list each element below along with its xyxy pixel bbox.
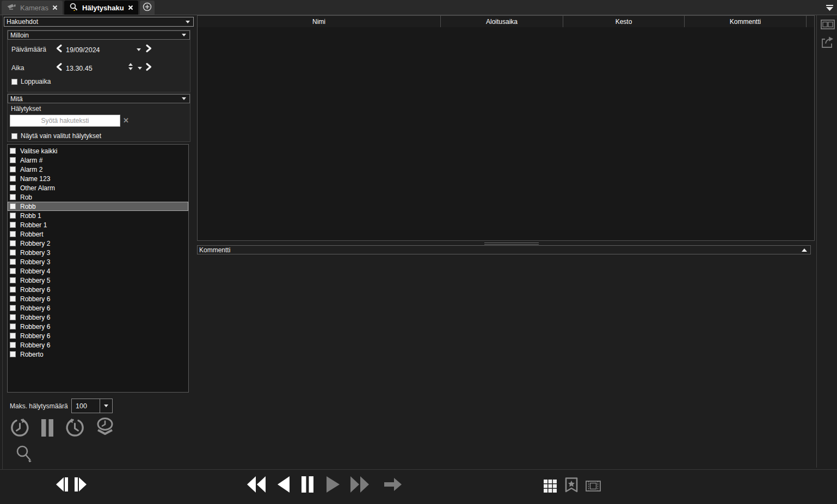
close-icon[interactable]	[52, 5, 58, 10]
checkbox[interactable]	[10, 277, 16, 283]
checkbox[interactable]	[10, 222, 16, 228]
fast-backward-icon[interactable]	[246, 475, 267, 496]
checkbox[interactable]	[10, 268, 16, 274]
when-dropdown[interactable]: Milloin	[8, 30, 190, 40]
checkbox[interactable]	[10, 240, 16, 246]
time-next-icon[interactable]	[145, 63, 152, 73]
clear-x-icon[interactable]: ✕	[123, 116, 129, 125]
checkbox[interactable]	[10, 259, 16, 265]
alarm-list-item[interactable]: Alarm #	[8, 155, 188, 165]
alarm-search-input[interactable]	[10, 115, 120, 127]
play-backward-icon[interactable]	[275, 475, 291, 496]
dropdown-button[interactable]	[100, 399, 112, 413]
alarm-list-item[interactable]: Alarm 2	[8, 165, 188, 174]
date-dropdown-icon[interactable]	[137, 48, 141, 51]
end-time-checkbox-row[interactable]: Loppuaika	[11, 78, 51, 85]
fast-forward-icon[interactable]	[349, 475, 370, 496]
pause-icon[interactable]	[40, 418, 55, 440]
time-spinner[interactable]	[128, 63, 133, 70]
export-icon[interactable]	[821, 36, 835, 51]
alarm-list-item[interactable]: Robbery 6	[8, 303, 188, 313]
collapse-menu-icon[interactable]	[826, 4, 834, 14]
max-alarms-select[interactable]: 100	[71, 399, 113, 413]
date-value[interactable]: 19/09/2024	[66, 46, 100, 54]
grid-view-icon[interactable]	[543, 479, 557, 495]
checkbox[interactable]	[11, 133, 17, 139]
alarm-list-item[interactable]: Robbery 2	[8, 239, 188, 248]
comment-section-bar[interactable]: Kommentti	[197, 245, 811, 254]
alarm-list-item[interactable]: Robbery 5	[8, 276, 188, 285]
checkbox[interactable]	[10, 342, 16, 348]
checkbox[interactable]	[10, 194, 16, 200]
alarm-list-item[interactable]: Robbery 6	[8, 322, 188, 331]
alarm-list-item[interactable]: Robbery 6	[8, 313, 188, 322]
time-previous-icon[interactable]	[56, 63, 63, 73]
alarm-list-item[interactable]: Other Alarm	[8, 183, 188, 192]
checkbox[interactable]	[10, 333, 16, 339]
jump-forward-icon[interactable]	[383, 476, 403, 495]
checkbox[interactable]	[10, 231, 16, 237]
what-dropdown[interactable]: Mitä	[8, 94, 190, 103]
checkbox[interactable]	[10, 148, 16, 154]
alarm-list-item[interactable]: Robbery 6	[8, 331, 188, 340]
alarm-stack-icon[interactable]	[95, 418, 115, 440]
time-dropdown-icon[interactable]	[138, 67, 142, 70]
checkbox[interactable]	[10, 166, 16, 172]
checkbox[interactable]	[10, 305, 16, 311]
alarm-list-item[interactable]: Robbery 6	[8, 294, 188, 303]
alarm-list-item[interactable]: Robbert	[8, 229, 188, 239]
checkbox[interactable]	[10, 176, 16, 182]
search-icon[interactable]	[15, 445, 32, 464]
column-header-name[interactable]: Nimi	[197, 15, 441, 28]
column-header-duration[interactable]: Kesto	[563, 15, 685, 28]
alarm-list[interactable]: Valitse kaikkiAlarm #Alarm 2Name 123Othe…	[7, 144, 189, 393]
results-table-body[interactable]	[197, 27, 815, 241]
time-value[interactable]: 13.30.45	[66, 65, 93, 72]
checkbox[interactable]	[10, 296, 16, 302]
new-tab-button[interactable]	[140, 1, 155, 15]
date-previous-icon[interactable]	[56, 44, 63, 55]
checkbox[interactable]	[10, 213, 16, 219]
alarm-list-item[interactable]: Robbery 3	[8, 248, 188, 257]
tab-alarm-search[interactable]: Hälytyshaku	[64, 1, 138, 15]
spinner-down-icon[interactable]	[128, 67, 133, 70]
checkbox[interactable]	[10, 323, 16, 329]
checkbox[interactable]	[10, 314, 16, 320]
checkbox[interactable]	[10, 185, 16, 191]
checkbox[interactable]	[11, 79, 17, 85]
alarm-list-item[interactable]: Robb 1	[8, 211, 188, 220]
alarm-list-item[interactable]: Robb	[8, 202, 188, 211]
pause-icon[interactable]	[299, 475, 316, 496]
checkbox[interactable]	[10, 287, 16, 293]
column-header-comment[interactable]: Kommentti	[685, 15, 807, 28]
step-forward-icon[interactable]	[74, 476, 88, 495]
alarm-list-item[interactable]: Valitse kaikki	[8, 146, 188, 155]
spinner-up-icon[interactable]	[128, 63, 133, 66]
alarm-list-item[interactable]: Robbery 6	[8, 285, 188, 294]
close-icon[interactable]	[128, 5, 133, 10]
search-conditions-dropdown[interactable]: Hakuehdot	[4, 17, 194, 27]
clock-forward-icon[interactable]	[65, 418, 85, 440]
alarm-list-item[interactable]: Robbery 4	[8, 266, 188, 276]
alarm-list-item[interactable]: Robber 1	[8, 220, 188, 229]
step-backward-icon[interactable]	[54, 476, 69, 495]
alarm-list-item[interactable]: Rob	[8, 192, 188, 202]
alarm-list-item[interactable]: Robbery 3	[8, 257, 188, 266]
date-next-icon[interactable]	[145, 44, 152, 55]
alarm-list-item[interactable]: Robbery 6	[8, 340, 188, 350]
checkbox[interactable]	[10, 203, 16, 209]
history-clock-icon[interactable]	[10, 418, 30, 440]
show-selected-checkbox-row[interactable]: Näytä vain valitut hälytykset	[11, 132, 101, 140]
play-forward-icon[interactable]	[324, 475, 341, 496]
checkbox[interactable]	[10, 250, 16, 256]
checkbox[interactable]	[10, 351, 16, 357]
tab-cameras[interactable]: Kameras	[2, 1, 63, 15]
alarm-list-item[interactable]: Roberto	[8, 350, 188, 359]
column-header-start-time[interactable]: Aloitusaika	[441, 15, 563, 28]
triangle-up-icon[interactable]	[802, 248, 807, 252]
alarm-list-item[interactable]: Name 123	[8, 174, 188, 183]
checkbox[interactable]	[10, 157, 16, 163]
filmstrip-icon[interactable]	[821, 18, 835, 33]
bookmark-star-icon[interactable]	[564, 477, 578, 496]
filmstrip-view-icon[interactable]	[586, 481, 601, 494]
